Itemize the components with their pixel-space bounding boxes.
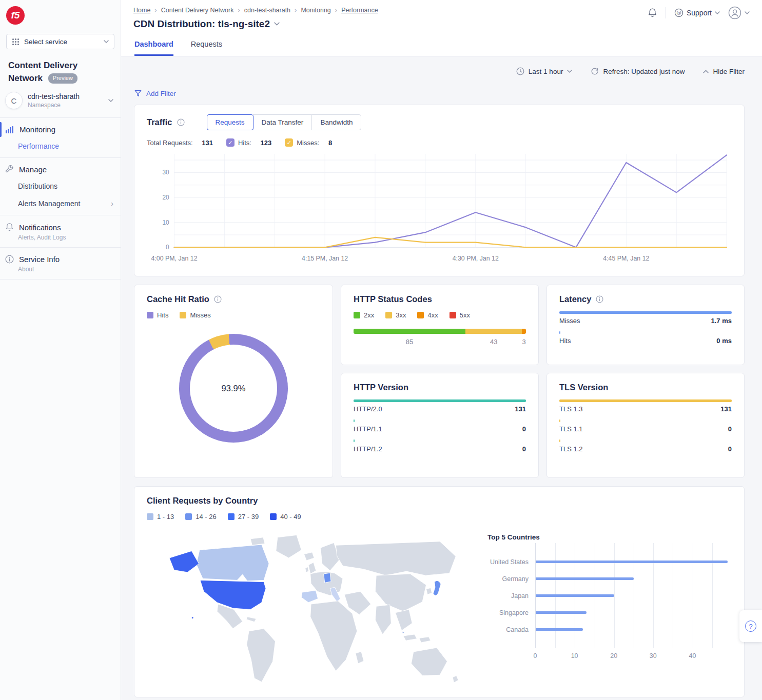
time-range-selector[interactable]: Last 1 hour bbox=[516, 67, 573, 75]
page-title: CDN Distribution: tls-ng-site2 bbox=[133, 18, 750, 30]
svg-text:30: 30 bbox=[162, 169, 169, 176]
status-stacked-bar bbox=[354, 329, 526, 334]
breadcrumb-monitoring[interactable]: Monitoring bbox=[301, 7, 330, 14]
tls-version-bar-list: TLS 1.3131TLS 1.10TLS 1.20 bbox=[559, 399, 732, 453]
breadcrumb-cdn[interactable]: Content Delivery Network bbox=[161, 7, 234, 14]
svg-text:20: 20 bbox=[162, 194, 169, 201]
bell-icon[interactable] bbox=[648, 8, 657, 18]
traffic-view-requests[interactable]: Requests bbox=[207, 114, 253, 130]
status-legend: 2xx3xx4xx5xx bbox=[354, 311, 526, 321]
legend-swatch bbox=[147, 312, 153, 318]
metric-bar bbox=[559, 311, 732, 314]
breadcrumb-performance[interactable]: Performance bbox=[341, 7, 378, 14]
add-filter-button[interactable]: Add Filter bbox=[134, 89, 745, 97]
service-selector[interactable]: Select service bbox=[6, 34, 114, 49]
axis-tick: 40 bbox=[689, 652, 696, 659]
latency-bar-list: Misses1.7 msHits0 ms bbox=[559, 311, 732, 345]
breadcrumb-home[interactable]: Home bbox=[133, 7, 150, 14]
http-status-codes-card: HTTP Status Codes 2xx3xx4xx5xx 85433 bbox=[341, 285, 539, 365]
hide-filter-button[interactable]: Hide Filter bbox=[703, 68, 745, 75]
sidebar-item-manage[interactable]: Manage bbox=[0, 158, 121, 180]
metric-row: TLS 1.3131 bbox=[559, 399, 732, 413]
tls-version-card: TLS Version TLS 1.3131TLS 1.10TLS 1.20 bbox=[546, 373, 745, 478]
refresh-button[interactable]: Refresh: Updated just now bbox=[591, 67, 685, 75]
tab-requests[interactable]: Requests bbox=[191, 40, 222, 56]
f5-logo: f5 bbox=[6, 6, 25, 25]
service-selector-label: Select service bbox=[24, 38, 67, 46]
traffic-view-bandwidth[interactable]: Bandwidth bbox=[311, 114, 361, 130]
status-segment-2xx bbox=[354, 329, 465, 334]
metric-row: TLS 1.20 bbox=[559, 439, 732, 453]
info-icon[interactable] bbox=[177, 118, 185, 126]
info-icon[interactable] bbox=[214, 295, 222, 303]
tab-dashboard[interactable]: Dashboard bbox=[134, 40, 173, 56]
sidebar: f5 Select service Content Delivery Netwo… bbox=[0, 0, 121, 700]
breadcrumb-separator: › bbox=[295, 6, 297, 14]
metric-bar bbox=[354, 399, 526, 402]
breadcrumb-namespace[interactable]: cdn-test-sharath bbox=[244, 7, 290, 14]
metric-row: Misses1.7 ms bbox=[559, 311, 732, 325]
sidebar-item-alerts-management[interactable]: Alerts Management › bbox=[0, 197, 121, 215]
user-avatar-icon bbox=[728, 6, 741, 19]
legend-swatch bbox=[385, 312, 392, 318]
total-requests-stat: Total Requests: 131 bbox=[147, 139, 213, 147]
traffic-line-chart: 01020304:00 PM, Jan 124:15 PM, Jan 124:3… bbox=[147, 150, 732, 267]
cache-legend: HitsMisses bbox=[147, 311, 320, 321]
client-requests-by-country-card: Client Requests by Country 1 - 1314 - 26… bbox=[134, 486, 745, 697]
chevron-down-icon[interactable] bbox=[274, 22, 280, 26]
sidebar-item-service-info[interactable]: Service Info bbox=[0, 248, 121, 270]
support-menu[interactable]: @ Support bbox=[674, 8, 720, 17]
sidebar-item-monitoring[interactable]: Monitoring bbox=[0, 118, 121, 140]
metric-row: HTTP/2.0131 bbox=[354, 399, 526, 413]
metric-bar bbox=[354, 439, 355, 442]
info-icon[interactable] bbox=[596, 295, 603, 303]
country-card-title: Client Requests by Country bbox=[147, 496, 732, 506]
top-country-row: Germany bbox=[486, 570, 732, 587]
metric-meta: HTTP/1.20 bbox=[354, 445, 526, 453]
world-map-svg bbox=[147, 526, 475, 695]
top-countries-spacer bbox=[486, 543, 732, 553]
legend-swatch bbox=[185, 513, 192, 520]
country-track bbox=[535, 570, 732, 587]
status-segment-4xx bbox=[522, 329, 526, 334]
legend-swatch bbox=[354, 312, 360, 318]
namespace-avatar: C bbox=[5, 92, 23, 109]
sidebar-item-notifications[interactable]: Notifications bbox=[0, 215, 121, 238]
sidebar-item-distributions[interactable]: Distributions bbox=[0, 180, 121, 197]
top-country-row: Canada bbox=[486, 621, 732, 638]
tls-version-card-title: TLS Version bbox=[559, 383, 732, 392]
legend-swatch bbox=[228, 513, 235, 520]
cache-hit-ratio-card: Cache Hit Ratio HitsMisses 93.9% bbox=[134, 285, 333, 478]
cache-card-title: Cache Hit Ratio bbox=[147, 294, 320, 304]
top-countries-spacer bbox=[486, 638, 732, 648]
country-track bbox=[535, 621, 732, 638]
product-title: Content Delivery Network Preview bbox=[0, 49, 121, 85]
user-menu[interactable] bbox=[728, 6, 750, 19]
svg-text:4:15 PM, Jan 12: 4:15 PM, Jan 12 bbox=[302, 255, 348, 262]
namespace-selector[interactable]: C cdn-test-sharath Namespace bbox=[0, 85, 121, 117]
svg-text:4:45 PM, Jan 12: 4:45 PM, Jan 12 bbox=[603, 255, 649, 262]
refresh-icon bbox=[591, 67, 599, 75]
cache-hit-percentage: 93.9% bbox=[179, 334, 288, 443]
country-bar bbox=[536, 611, 587, 614]
traffic-view-data-transfer[interactable]: Data Transfer bbox=[253, 114, 312, 130]
top-country-row: United States bbox=[486, 553, 732, 570]
metric-row: HTTP/1.20 bbox=[354, 439, 526, 453]
apps-grid-icon bbox=[12, 38, 19, 46]
help-button[interactable]: ? bbox=[739, 610, 762, 642]
svg-text:10: 10 bbox=[162, 219, 169, 226]
top-countries-title: Top 5 Countries bbox=[487, 533, 732, 541]
misses-checkbox[interactable]: ✓ bbox=[285, 138, 293, 147]
http-version-card: HTTP Version HTTP/2.0131HTTP/1.10HTTP/1.… bbox=[341, 373, 539, 478]
metric-bar bbox=[559, 399, 732, 402]
chevron-down-icon bbox=[567, 70, 572, 73]
sidebar-item-performance[interactable]: Performance bbox=[0, 140, 121, 157]
bar-chart-icon bbox=[5, 126, 14, 134]
hits-checkbox[interactable]: ✓ bbox=[226, 138, 235, 147]
axis-tick: 20 bbox=[610, 652, 617, 659]
country-bar bbox=[536, 577, 634, 580]
metric-row: HTTP/1.10 bbox=[354, 419, 526, 433]
tab-bar: Dashboard Requests bbox=[133, 40, 750, 56]
wrench-icon bbox=[5, 165, 14, 174]
sidebar-item-label: Service Info bbox=[19, 255, 60, 264]
